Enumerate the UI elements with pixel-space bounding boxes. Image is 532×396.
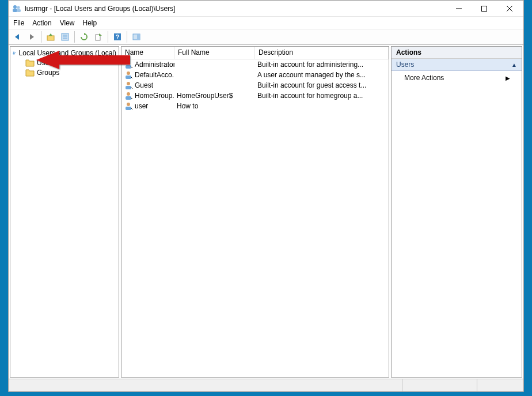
user-icon [124, 91, 133, 100]
svg-rect-5 [482, 6, 487, 11]
svg-point-25 [127, 82, 130, 85]
status-segment [477, 379, 523, 391]
forward-button[interactable] [25, 31, 38, 43]
user-icon [124, 60, 133, 69]
svg-rect-22 [126, 65, 131, 69]
maximize-button[interactable] [472, 1, 497, 16]
tree-root-icon [13, 48, 17, 58]
back-button[interactable] [11, 31, 24, 43]
user-icon [124, 81, 133, 90]
svg-rect-26 [126, 86, 131, 89]
tree-root: Local Users and Groups (Local) Users Gro… [10, 47, 119, 78]
status-segment [402, 379, 477, 391]
forward-arrow-icon [27, 32, 36, 42]
tree-root-label: Local Users and Groups (Local) [19, 49, 116, 57]
svg-point-27 [127, 92, 130, 96]
list-row[interactable]: GuestBuilt-in account for guest access t… [121, 80, 389, 90]
cell-description: A user account managed by the s... [255, 71, 389, 79]
cell-description: Built-in account for homegroup a... [255, 92, 389, 100]
svg-rect-30 [126, 107, 131, 110]
folder-up-icon [46, 32, 55, 42]
tree-root-item[interactable]: Local Users and Groups (Local) [13, 48, 116, 58]
menu-help[interactable]: Help [83, 19, 97, 27]
maximize-icon [481, 6, 487, 12]
tree-item-groups[interactable]: Groups [13, 67, 116, 77]
submenu-arrow-icon: ▶ [506, 75, 510, 81]
help-icon: ? [113, 32, 122, 42]
menu-file[interactable]: File [13, 19, 24, 27]
cell-name: DefaultAcco... [121, 70, 174, 80]
properties-button[interactable] [59, 31, 71, 43]
svg-point-23 [127, 71, 130, 75]
minimize-button[interactable] [446, 1, 472, 16]
svg-point-0 [13, 5, 17, 9]
svg-rect-28 [126, 96, 131, 100]
show-hide-button[interactable] [130, 31, 143, 43]
list-row[interactable]: AdministratorBuilt-in account for admini… [121, 59, 389, 70]
tree-item-users[interactable]: Users [13, 58, 116, 67]
app-window: lusrmgr - [Local Users and Groups (Local… [8, 0, 524, 392]
cell-name: Administrator [121, 60, 174, 69]
svg-point-2 [17, 6, 20, 9]
panel-icon [132, 32, 141, 42]
column-header-description[interactable]: Description [255, 47, 389, 59]
list-pane[interactable]: Name Full Name Description Administrator… [121, 46, 389, 378]
folder-icon [25, 59, 35, 67]
cell-name: HomeGroup... [121, 91, 174, 100]
menu-action[interactable]: Action [32, 19, 51, 27]
refresh-icon [79, 32, 89, 42]
status-segment [9, 379, 402, 391]
list-row[interactable]: HomeGroup...HomeGroupUser$Built-in accou… [121, 90, 389, 101]
back-arrow-icon [13, 32, 22, 42]
cell-name: user [121, 101, 174, 111]
window-controls [446, 1, 522, 16]
toolbar-separator [74, 31, 75, 43]
user-icon [124, 101, 133, 111]
list-row[interactable]: userHow to [121, 101, 389, 111]
actions-pane: Actions Users ▲ More Actions ▶ [391, 46, 522, 378]
cell-name: Guest [121, 81, 174, 90]
window-title: lusrmgr - [Local Users and Groups (Local… [25, 5, 446, 13]
export-button[interactable] [92, 31, 105, 43]
menu-view[interactable]: View [60, 19, 75, 27]
collapse-arrow-icon: ▲ [511, 62, 517, 68]
cell-name-text: user [135, 102, 148, 110]
svg-text:?: ? [116, 34, 119, 40]
actions-header: Actions [392, 47, 522, 59]
column-header-fullname[interactable]: Full Name [174, 47, 255, 59]
cell-description: Built-in account for administering... [255, 61, 389, 69]
toolbar-separator [108, 31, 108, 43]
svg-rect-19 [13, 53, 14, 54]
svg-point-18 [13, 51, 14, 52]
list-row[interactable]: DefaultAcco...A user account managed by … [121, 70, 389, 80]
help-button[interactable]: ? [111, 31, 124, 43]
properties-icon [60, 32, 70, 42]
titlebar: lusrmgr - [Local Users and Groups (Local… [9, 1, 523, 17]
toolbar: ? [9, 29, 523, 45]
up-button[interactable] [44, 31, 57, 43]
cell-description: Built-in account for guest access t... [255, 81, 389, 89]
svg-point-21 [127, 61, 130, 65]
toolbar-separator [127, 31, 127, 43]
cell-fullname: HomeGroupUser$ [174, 92, 255, 100]
tree-pane[interactable]: Local Users and Groups (Local) Users Gro… [10, 46, 119, 378]
cell-name-text: DefaultAcco... [135, 71, 174, 79]
tree-users-label: Users [37, 59, 55, 67]
svg-rect-8 [47, 36, 54, 40]
actions-more-item[interactable]: More Actions ▶ [392, 71, 522, 85]
column-header-name[interactable]: Name [121, 47, 174, 59]
export-icon [94, 32, 103, 42]
actions-section-users[interactable]: Users ▲ [392, 59, 522, 71]
body-area: Local Users and Groups (Local) Users Gro… [9, 45, 523, 379]
list-header: Name Full Name Description [121, 47, 389, 59]
statusbar [9, 379, 523, 391]
refresh-button[interactable] [78, 31, 90, 43]
svg-rect-17 [137, 34, 140, 40]
cell-fullname: How to [174, 102, 255, 110]
toolbar-separator [41, 31, 41, 43]
actions-more-label: More Actions [404, 74, 444, 82]
app-icon [12, 4, 21, 13]
close-icon [507, 6, 512, 12]
close-button[interactable] [497, 1, 522, 16]
list-body: AdministratorBuilt-in account for admini… [121, 59, 389, 377]
